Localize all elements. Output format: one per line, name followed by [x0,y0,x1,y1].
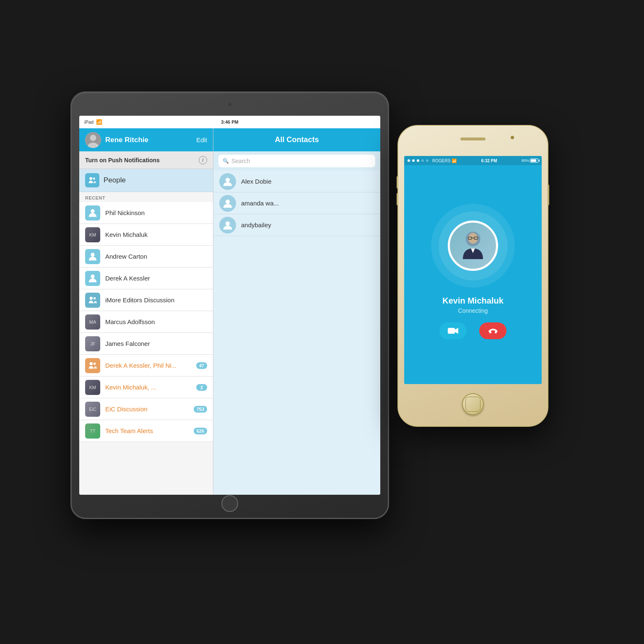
list-item[interactable]: EiC EiC Discussion 753 [79,398,213,420]
svg-point-6 [91,252,94,256]
iphone-vol-up-button[interactable] [397,176,398,189]
contact-avatar [85,205,100,221]
list-item[interactable]: Derek A Kessler [79,267,213,289]
ipad-camera [228,103,231,106]
iphone-vol-down-button[interactable] [397,193,398,205]
people-row[interactable]: People [79,169,213,192]
contact-name: Kevin Michaluk [105,231,207,238]
people-icon [85,173,99,187]
iphone-sleep-button[interactable] [548,184,549,205]
ipad-sidebar-header: Rene Ritchie Edit [79,128,213,151]
recent-label: RECENT [79,192,213,202]
svg-point-9 [93,297,96,299]
ripple-animation [431,204,515,288]
list-item[interactable]: iMore Editors Discussion [79,289,213,311]
list-item[interactable]: Alex Dobie [213,171,380,192]
end-call-button[interactable] [479,322,506,339]
contact-name: Andrew Carton [105,253,207,260]
call-status: Connecting [458,307,488,314]
svg-point-16 [468,233,478,244]
list-item[interactable]: MA Marcus Adolfsson [79,311,213,333]
contact-avatar: TT [85,423,100,439]
list-item[interactable]: Andrew Carton [79,246,213,267]
ipad-right-header: All Contacts [213,128,380,151]
right-contact-list: Alex Dobie amanda wa... [213,171,380,495]
contact-name: EiC Discussion [105,405,194,413]
contact-name: Alex Dobie [241,178,272,185]
push-notification-text: Turn on Push Notifications [85,157,199,164]
sidebar-username: Rene Ritchie [105,136,196,144]
people-label: People [104,176,126,184]
ipad-wifi-icon: 📶 [96,119,102,125]
search-icon: 🔍 [223,158,229,164]
contact-avatar: KM [85,380,100,395]
iphone-home-inner [465,397,480,412]
ipad-status-left: iPad 📶 [84,119,102,125]
all-contacts-title: All Contacts [275,135,319,144]
list-item[interactable]: Derek A Kessler, Phil Ni... 47 [79,355,213,377]
contact-avatar: MA [85,314,100,330]
contact-name: James Falconer [105,340,207,347]
svg-point-8 [90,296,93,299]
battery-fill [531,159,536,162]
contact-avatar [85,358,100,373]
list-item[interactable]: KM Kevin Michaluk [79,224,213,246]
ipad-device-label: iPad [84,119,93,125]
battery-icon [530,158,538,163]
contact-name: andybailey [241,221,271,229]
list-item[interactable]: amanda wa... [213,192,380,214]
signal-dot-3 [417,159,419,162]
contact-name: Derek A Kessler [105,275,207,282]
badge: 753 [194,406,207,413]
contact-name: Marcus Adolfsson [105,318,207,325]
contact-list: Phil Nickinson KM Kevin Michaluk [79,202,213,495]
list-item[interactable]: Phil Nickinson [79,202,213,224]
caller-name: Kevin Michaluk [442,296,504,306]
iphone-status-left: ROGERS 📶 [408,158,457,163]
iphone-wifi-icon: 📶 [452,158,457,163]
list-item[interactable]: TT Tech Team Alerts 626 [79,420,213,442]
contact-name: amanda wa... [241,200,279,207]
list-item[interactable]: andybailey [213,214,380,236]
svg-point-7 [91,274,94,278]
signal-dot-2 [412,159,415,162]
list-item[interactable]: KM Kevin Michaluk, ... 2 [79,377,213,398]
caller-photo [448,221,498,271]
edit-button[interactable]: Edit [196,136,207,143]
contact-name: Tech Team Alerts [105,427,194,434]
ipad-home-button[interactable] [221,495,238,512]
contact-avatar: JF [85,336,100,351]
signal-dot-1 [408,159,410,162]
iphone-call-area: Kevin Michaluk Connecting [404,165,542,384]
svg-point-12 [226,177,230,182]
ipad-content: Rene Ritchie Edit Turn on Push Notificat… [79,128,380,495]
battery-indicator: 80% [522,158,538,163]
iphone-status-bar: ROGERS 📶 6:32 PM 80% [404,156,542,165]
svg-rect-18 [474,237,478,239]
battery-percent: 80% [522,158,529,163]
signal-dot-4 [421,159,424,162]
contact-avatar: KM [85,227,100,242]
svg-point-5 [91,209,94,213]
svg-point-14 [226,221,230,225]
iphone-home-button[interactable] [462,393,484,415]
svg-point-11 [93,362,96,365]
search-placeholder: Search [231,158,250,164]
svg-point-13 [226,199,230,203]
info-icon[interactable]: i [199,156,207,164]
iphone-screen: ROGERS 📶 6:32 PM 80% [404,156,542,384]
contact-avatar: EiC [85,402,100,417]
list-item[interactable]: JF James Falconer [79,333,213,355]
right-avatar [219,195,236,212]
search-input[interactable]: 🔍 Search [218,155,375,167]
svg-point-3 [89,177,92,180]
badge: 2 [196,384,207,391]
contact-avatar [85,293,100,308]
iphone-device: ROGERS 📶 6:32 PM 80% [397,125,548,427]
push-notification-bar[interactable]: Turn on Push Notifications i [79,151,213,169]
right-avatar [219,173,236,190]
svg-point-4 [93,177,95,179]
svg-point-1 [90,135,96,141]
video-call-button[interactable] [439,322,467,339]
svg-rect-17 [468,237,472,239]
